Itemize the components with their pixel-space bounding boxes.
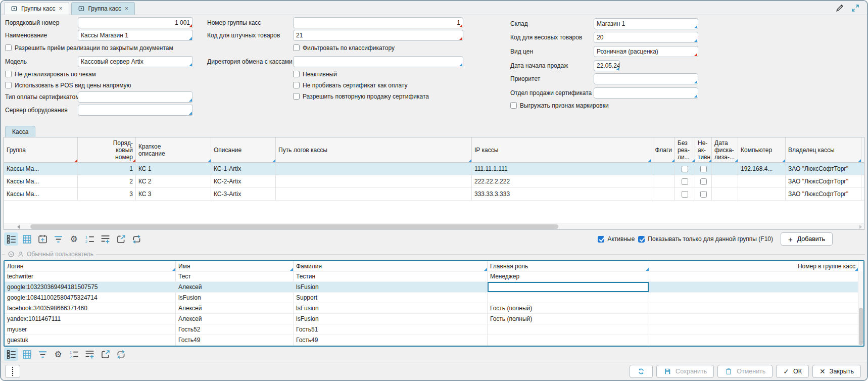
table-row[interactable]: google:108411002580475324714 lsFusion Su… [5, 293, 863, 303]
table-cell[interactable] [738, 175, 786, 188]
column-header-log-path[interactable]: Путь логов кассы [276, 137, 472, 163]
add-row-button[interactable] [98, 232, 112, 246]
table-cell[interactable]: 2 [78, 175, 136, 188]
table-cell[interactable]: Тест [176, 271, 294, 282]
column-header-cash-group-number[interactable]: Номер в группе касс [649, 261, 858, 271]
cert-payment-type-field[interactable] [78, 91, 193, 103]
table-cell[interactable]: yandex:1011467111 [5, 314, 176, 324]
column-header-no-realization[interactable]: Без реа- ли... [675, 137, 695, 163]
table-cell[interactable]: guestuk [5, 335, 176, 346]
table-cell[interactable]: КС 3 [136, 188, 211, 201]
table-cell[interactable] [712, 188, 738, 201]
table-cell[interactable]: lsFusion [176, 293, 294, 303]
table-cell[interactable]: КС 1 [136, 163, 211, 175]
column-header-main-role[interactable]: Главная роль [488, 261, 649, 271]
refresh-button[interactable] [630, 365, 653, 378]
table-cell[interactable]: lsFusion [294, 314, 488, 324]
pos-direct-price-checkbox[interactable]: Использовать в POS вид цены напрямую [5, 81, 131, 89]
table-cell[interactable] [488, 324, 649, 335]
table-cell[interactable] [651, 163, 675, 175]
column-header-short-desc[interactable]: Краткое описание [136, 137, 211, 163]
tab-cash-group[interactable]: Группа касс × [71, 2, 135, 15]
table-cell[interactable]: Кассы Ма... [4, 163, 78, 175]
cert-sales-dept-field[interactable] [594, 87, 698, 99]
table-cell[interactable]: 222.22.2.222 [472, 175, 651, 188]
table-cell[interactable] [276, 163, 472, 175]
inactive-checkbox[interactable] [700, 166, 707, 172]
table-cell[interactable] [649, 303, 858, 314]
column-header-description[interactable]: Описание [211, 137, 276, 163]
table-cell[interactable] [649, 324, 858, 335]
tab-kassa[interactable]: Касса [5, 126, 35, 137]
expand-icon[interactable] [851, 4, 860, 13]
column-header-group[interactable]: Группа [4, 137, 78, 163]
no-realization-checkbox[interactable] [682, 178, 688, 185]
horizontal-scrollbar[interactable] [4, 223, 864, 229]
list-view-button[interactable] [4, 232, 18, 246]
scroll-left-icon[interactable] [17, 225, 20, 229]
table-cell[interactable] [649, 282, 858, 293]
column-header-first-name[interactable]: Имя [176, 261, 294, 271]
table-row[interactable]: facebook:3403598666371460 Алексей lsFusi… [5, 303, 863, 314]
table-cell[interactable] [712, 163, 738, 175]
table-cell[interactable]: 333.33.3.333 [472, 188, 651, 201]
seq-number-field[interactable]: 1 001 [78, 17, 193, 28]
settings-button[interactable]: ⚙ [51, 348, 65, 361]
name-field[interactable]: Кассы Магазин 1 [78, 30, 193, 41]
table-row[interactable]: yandex:1011467111 Алексей lsFusion Гость… [5, 314, 863, 324]
sales-start-date-field[interactable]: 22.05.24 [594, 60, 620, 71]
table-cell[interactable]: ЗАО "ЛюксСофтТорг" [786, 188, 861, 201]
table-cell[interactable]: Гость52 [176, 324, 294, 335]
table-row[interactable]: myuser Гость52 Гость51 [5, 324, 863, 335]
ok-button[interactable]: ✓ ОК [776, 365, 809, 378]
no-detail-checks-checkbox[interactable]: Не детализировать по чекам [5, 70, 96, 78]
scroll-down-icon[interactable] [859, 341, 863, 344]
table-cell[interactable] [738, 188, 786, 201]
table-cell[interactable] [651, 175, 675, 188]
filter-button[interactable] [51, 232, 65, 246]
table-cell[interactable]: Кассы Ма... [4, 175, 78, 188]
table-row[interactable]: google:103230369494181507575 Алексей lsF… [5, 282, 863, 293]
table-cell[interactable]: lsFusion [294, 303, 488, 314]
priority-field[interactable] [594, 73, 698, 84]
table-cell[interactable]: google:108411002580475324714 [5, 293, 176, 303]
inactive-checkbox[interactable] [700, 191, 707, 198]
no-realization-checkbox[interactable] [682, 166, 688, 172]
group-only-filter-checkbox[interactable]: Показывать только для данной группы (F10… [638, 235, 773, 243]
table-cell[interactable]: КС-1-Artix [211, 163, 276, 175]
table-cell[interactable]: Гость (полный) [488, 314, 649, 324]
table-cell[interactable]: techwriter [5, 271, 176, 282]
exchange-dir-field[interactable] [293, 56, 463, 67]
table-cell[interactable] [649, 314, 858, 324]
table-cell[interactable] [488, 293, 649, 303]
table-cell[interactable]: google:103230369494181507575 [5, 282, 176, 293]
focused-cell[interactable] [488, 282, 649, 293]
table-cell[interactable]: КС-3-Artix [211, 188, 276, 201]
more-menu-button[interactable] [5, 365, 20, 378]
no-realization-checkbox[interactable] [682, 191, 688, 198]
equipment-server-field[interactable] [78, 105, 193, 116]
table-cell[interactable]: КС 2 [136, 175, 211, 188]
table-cell[interactable]: myuser [5, 324, 176, 335]
close-icon[interactable]: × [125, 6, 128, 12]
table-cell[interactable]: Алексей [176, 303, 294, 314]
collapse-icon[interactable] [8, 251, 15, 258]
table-cell[interactable] [649, 335, 858, 346]
open-in-new-button[interactable] [98, 348, 112, 361]
edit-pencil-icon[interactable] [835, 3, 845, 13]
open-in-new-button[interactable] [114, 232, 128, 246]
table-cell[interactable]: ЗАО "ЛюксСофтТорг" [786, 163, 861, 175]
column-header-last-name[interactable]: Фамилия [294, 261, 488, 271]
table-cell[interactable]: Алексей [176, 282, 294, 293]
table-cell[interactable]: Гость (полный) [488, 303, 649, 314]
close-button[interactable]: ✕ Закрыть [812, 365, 861, 378]
column-header-inactive[interactable]: Не- ак- тивн. [695, 137, 712, 163]
table-cell[interactable]: 3 [78, 188, 136, 201]
numbered-list-button[interactable]: 12 [82, 232, 97, 246]
inactive-checkbox[interactable]: Неактивный [293, 70, 337, 78]
table-row[interactable]: guestuk Гость49 Гость49 [5, 335, 863, 346]
table-cell[interactable]: Менеджер [488, 271, 649, 282]
repeat-button[interactable] [114, 348, 128, 361]
weight-goods-code-field[interactable]: 20 [594, 32, 698, 43]
table-cell[interactable]: Кассы Ма... [4, 188, 78, 201]
